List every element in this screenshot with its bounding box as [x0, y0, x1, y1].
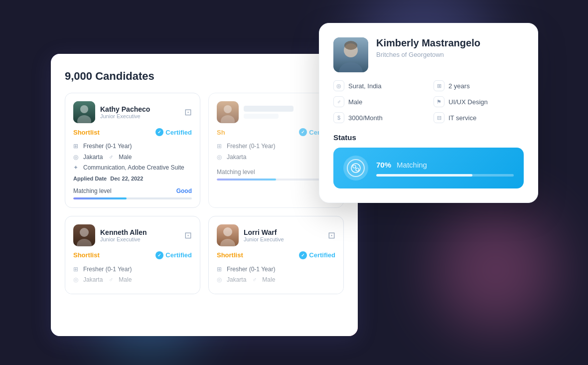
- applied-date: Applied Date Dec 22, 2022: [73, 176, 192, 182]
- detail-avatar-kimberly: [333, 37, 368, 72]
- panel-title: 9,000 Candidates: [65, 70, 344, 83]
- matching-percent-value: 70%: [376, 161, 391, 169]
- candidate-name-lorri: Lorri Warf: [244, 228, 284, 236]
- matching-level-partial: Matching level Good: [217, 169, 335, 176]
- loc-val-partial: Jakarta: [227, 152, 246, 163]
- candidate-name-kenneth: Kenneth Allen: [100, 228, 147, 236]
- matching-text-label: Matching: [397, 161, 427, 169]
- certified-icon-kenneth: ✓: [155, 251, 163, 259]
- certified-label-lorri: Certified: [309, 251, 335, 259]
- card-details-partial: ⊞ Fresher (0-1 Year) ◎ Jakarta: [217, 141, 335, 163]
- svg-point-17: [353, 165, 356, 168]
- candidate-name: Kathy Pacheco: [100, 105, 150, 113]
- svg-point-1: [80, 105, 88, 113]
- candidate-role: Junior Executive: [100, 113, 150, 119]
- card-fade-kenneth: [65, 264, 200, 294]
- status-section: Status 70% Matching: [333, 133, 524, 188]
- briefcase-icon: ⊞: [73, 141, 80, 152]
- matching-progress-bar: [376, 174, 514, 177]
- avatar-image: [73, 101, 95, 123]
- skills-row: ✦ Communication, Adobe Creative Suite: [73, 163, 192, 174]
- matching-bar-fill: [73, 197, 127, 199]
- experience-row: ⊞ Fresher (0-1 Year): [73, 141, 192, 152]
- certified-badge: ✓ Certified: [155, 128, 192, 136]
- certified-badge-lorri: ✓ Certified: [299, 251, 335, 259]
- svg-point-10: [223, 227, 232, 236]
- card-shortlist-row: Shortlist ✓ Certified: [73, 128, 192, 136]
- bookmark-icon[interactable]: ⊡: [184, 107, 192, 118]
- certified-badge-kenneth: ✓ Certified: [155, 251, 192, 259]
- candidate-card-kenneth[interactable]: Kenneth Allen Junior Executive ⊡ Shortli…: [65, 216, 200, 294]
- certified-icon-partial: ✓: [299, 128, 307, 136]
- candidates-panel: 9,000 Candidates: [50, 53, 359, 337]
- gender-icon: ♂: [109, 152, 116, 163]
- card-header-partial: ⊡: [217, 101, 335, 123]
- matching-circle: [343, 156, 368, 181]
- experience-text: 2 years: [448, 82, 470, 90]
- candidates-grid: Kathy Pacheco Junior Executive ⊡ Shortli…: [65, 93, 344, 294]
- matching-label-partial: Matching level: [217, 169, 255, 176]
- experience-value: Fresher (0-1 Year): [83, 141, 132, 152]
- applied-label: Applied Date: [73, 176, 107, 182]
- card-name-role: Kathy Pacheco Junior Executive: [100, 105, 150, 119]
- detail-salary: $ 3000/Month: [333, 112, 424, 123]
- svg-point-15: [344, 41, 357, 50]
- svg-line-19: [356, 168, 356, 169]
- skills-icon: ✦: [73, 163, 80, 174]
- detail-field: ⚑ UI/UX Design: [434, 96, 524, 107]
- card-fade-lorri: [209, 264, 343, 294]
- card-name-role-kenneth: Kenneth Allen Junior Executive: [100, 228, 147, 242]
- detail-gender: ♂ Male: [333, 96, 424, 107]
- matching-card: 70% Matching: [333, 148, 524, 188]
- avatar-lorri: [217, 224, 239, 246]
- avatar-kathy: [73, 101, 95, 123]
- skills-value: Communication, Adobe Creative Suite: [83, 163, 184, 174]
- matching-label: Matching level: [73, 187, 112, 194]
- card-shortlist-row-partial: Sh ✓ Certified: [217, 128, 335, 136]
- bookmark-icon-kenneth[interactable]: ⊡: [184, 230, 192, 241]
- detail-name: Kimberly Mastrangelo: [376, 37, 480, 49]
- shortlist-label-partial: Sh: [217, 129, 225, 136]
- bg-decoration-pink: [434, 207, 558, 332]
- exp-row-partial: ⊞ Fresher (0-1 Year): [217, 141, 335, 152]
- detail-name-company: Kimberly Mastrangelo Britches of Georget…: [376, 37, 480, 58]
- card-name-role-partial: [244, 106, 294, 119]
- salary-info-icon: $: [333, 112, 344, 123]
- shortlist-label[interactable]: Shortlist: [73, 129, 100, 136]
- candidate-role-partial: [244, 114, 279, 119]
- avatar-partial: [217, 101, 239, 123]
- location-value: Jakarta: [83, 152, 103, 163]
- matching-percent-display: 70% Matching: [376, 160, 514, 170]
- card-header-kenneth: Kenneth Allen Junior Executive ⊡: [73, 224, 192, 246]
- card-header-lorri: Lorri Warf Junior Executive ⊡: [217, 224, 335, 246]
- card-avatar-info-lorri: Lorri Warf Junior Executive: [217, 224, 284, 246]
- certified-label-kenneth: Certified: [165, 251, 192, 259]
- detail-company: Britches of Georgetown: [376, 51, 480, 58]
- detail-panel: Kimberly Mastrangelo Britches of Georget…: [319, 23, 538, 203]
- candidate-card-lorri[interactable]: Lorri Warf Junior Executive ⊡ Shortlist …: [208, 216, 344, 294]
- field-text: UI/UX Design: [448, 98, 488, 106]
- loc-icon-p: ◎: [217, 152, 224, 163]
- loc-row-partial: ◎ Jakarta: [217, 152, 335, 163]
- matching-value: Good: [176, 187, 192, 194]
- shortlist-label-lorri[interactable]: Shortlist: [217, 251, 243, 259]
- gender-value: Male: [119, 152, 132, 163]
- shortlist-label-kenneth[interactable]: Shortlist: [73, 251, 100, 259]
- certified-icon-lorri: ✓: [299, 251, 307, 259]
- status-label: Status: [333, 133, 524, 142]
- candidate-role-lorri: Junior Executive: [244, 236, 284, 242]
- detail-location: ◎ Surat, India: [333, 80, 424, 91]
- location-text: Surat, India: [348, 82, 382, 90]
- card-name-role-lorri: Lorri Warf Junior Executive: [244, 228, 284, 242]
- avatar-kenneth: [73, 224, 95, 246]
- matching-progress-fill: [376, 174, 472, 177]
- applied-date-value: Dec 22, 2022: [110, 176, 143, 182]
- matching-bar-fill-partial: [217, 179, 276, 181]
- bookmark-icon-lorri[interactable]: ⊡: [328, 230, 335, 241]
- candidate-card-kathy[interactable]: Kathy Pacheco Junior Executive ⊡ Shortli…: [65, 93, 200, 208]
- svg-point-7: [80, 228, 89, 237]
- gender-text: Male: [348, 98, 362, 106]
- matching-bar-partial: [217, 179, 335, 181]
- industry-info-icon: ⊟: [434, 112, 444, 123]
- card-shortlist-row-lorri: Shortlist ✓ Certified: [217, 251, 335, 259]
